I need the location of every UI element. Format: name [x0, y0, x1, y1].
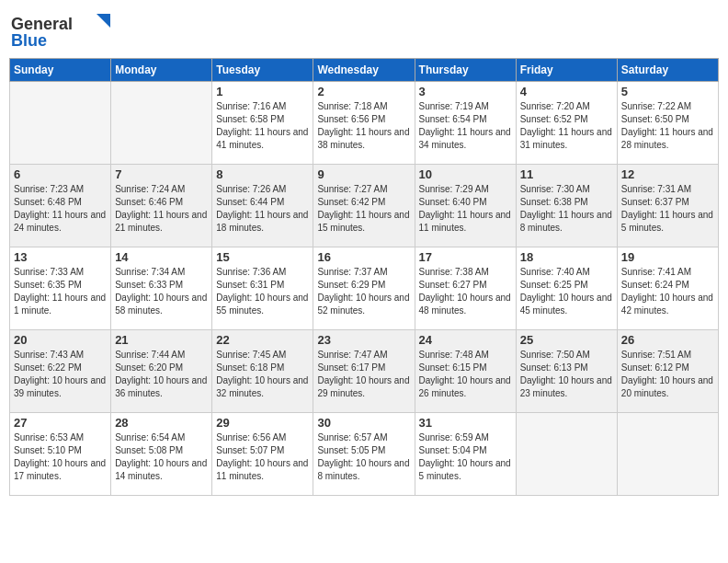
day-info: Sunrise: 6:53 AM Sunset: 5:10 PM Dayligh…	[14, 431, 107, 483]
day-info: Sunrise: 7:26 AM Sunset: 6:44 PM Dayligh…	[216, 183, 309, 235]
day-number: 16	[317, 250, 410, 264]
day-info: Sunrise: 6:59 AM Sunset: 5:04 PM Dayligh…	[419, 431, 512, 483]
calendar-table: SundayMondayTuesdayWednesdayThursdayFrid…	[9, 58, 719, 496]
calendar-cell: 8Sunrise: 7:26 AM Sunset: 6:44 PM Daylig…	[212, 165, 313, 247]
header-wednesday: Wednesday	[313, 59, 415, 82]
header-monday: Monday	[111, 59, 212, 82]
calendar-cell: 3Sunrise: 7:19 AM Sunset: 6:54 PM Daylig…	[415, 82, 516, 165]
calendar-header-row: SundayMondayTuesdayWednesdayThursdayFrid…	[10, 59, 719, 82]
day-info: Sunrise: 7:23 AM Sunset: 6:48 PM Dayligh…	[14, 183, 107, 235]
page-header: General Blue	[9, 9, 719, 51]
calendar-cell: 29Sunrise: 6:56 AM Sunset: 5:07 PM Dayli…	[212, 413, 313, 496]
calendar-cell: 14Sunrise: 7:34 AM Sunset: 6:33 PM Dayli…	[111, 247, 212, 330]
day-number: 1	[216, 85, 309, 98]
day-info: Sunrise: 7:47 AM Sunset: 6:17 PM Dayligh…	[317, 349, 410, 400]
day-number: 17	[419, 250, 512, 264]
svg-text:Blue: Blue	[11, 31, 47, 50]
header-saturday: Saturday	[617, 59, 718, 82]
day-number: 3	[419, 85, 512, 98]
header-thursday: Thursday	[415, 59, 516, 82]
day-number: 28	[115, 416, 208, 430]
day-number: 7	[115, 167, 208, 181]
calendar-cell: 9Sunrise: 7:27 AM Sunset: 6:42 PM Daylig…	[313, 165, 415, 247]
day-info: Sunrise: 7:44 AM Sunset: 6:20 PM Dayligh…	[115, 349, 208, 400]
calendar-cell: 21Sunrise: 7:44 AM Sunset: 6:20 PM Dayli…	[111, 330, 212, 413]
day-info: Sunrise: 7:37 AM Sunset: 6:29 PM Dayligh…	[317, 266, 410, 317]
day-number: 13	[14, 250, 107, 264]
day-number: 21	[115, 333, 208, 347]
day-info: Sunrise: 7:36 AM Sunset: 6:31 PM Dayligh…	[216, 266, 309, 317]
calendar-cell: 20Sunrise: 7:43 AM Sunset: 6:22 PM Dayli…	[10, 330, 111, 413]
logo-svg: General Blue	[9, 9, 110, 51]
calendar-cell: 28Sunrise: 6:54 AM Sunset: 5:08 PM Dayli…	[111, 413, 212, 496]
calendar-cell: 18Sunrise: 7:40 AM Sunset: 6:25 PM Dayli…	[516, 247, 617, 330]
calendar-cell: 6Sunrise: 7:23 AM Sunset: 6:48 PM Daylig…	[10, 165, 111, 247]
calendar-cell: 22Sunrise: 7:45 AM Sunset: 6:18 PM Dayli…	[212, 330, 313, 413]
day-number: 25	[520, 333, 613, 347]
header-friday: Friday	[516, 59, 617, 82]
calendar-cell: 12Sunrise: 7:31 AM Sunset: 6:37 PM Dayli…	[617, 165, 718, 247]
calendar-cell: 23Sunrise: 7:47 AM Sunset: 6:17 PM Dayli…	[313, 330, 415, 413]
calendar-cell: 1Sunrise: 7:16 AM Sunset: 6:58 PM Daylig…	[212, 82, 313, 165]
calendar-cell: 15Sunrise: 7:36 AM Sunset: 6:31 PM Dayli…	[212, 247, 313, 330]
day-number: 8	[216, 167, 309, 181]
day-number: 4	[520, 85, 613, 98]
calendar-week-4: 20Sunrise: 7:43 AM Sunset: 6:22 PM Dayli…	[10, 330, 719, 413]
day-number: 12	[621, 167, 714, 181]
day-info: Sunrise: 7:43 AM Sunset: 6:22 PM Dayligh…	[14, 349, 107, 400]
calendar-cell: 19Sunrise: 7:41 AM Sunset: 6:24 PM Dayli…	[617, 247, 718, 330]
day-number: 22	[216, 333, 309, 347]
day-info: Sunrise: 7:27 AM Sunset: 6:42 PM Dayligh…	[317, 183, 410, 235]
calendar-cell: 5Sunrise: 7:22 AM Sunset: 6:50 PM Daylig…	[617, 82, 718, 165]
day-number: 15	[216, 250, 309, 264]
day-info: Sunrise: 7:18 AM Sunset: 6:56 PM Dayligh…	[317, 100, 410, 152]
calendar-cell	[617, 413, 718, 496]
day-number: 6	[14, 167, 107, 181]
day-info: Sunrise: 7:48 AM Sunset: 6:15 PM Dayligh…	[419, 349, 512, 400]
day-number: 11	[520, 167, 613, 181]
day-info: Sunrise: 7:29 AM Sunset: 6:40 PM Dayligh…	[419, 183, 512, 235]
calendar-cell: 11Sunrise: 7:30 AM Sunset: 6:38 PM Dayli…	[516, 165, 617, 247]
day-info: Sunrise: 7:45 AM Sunset: 6:18 PM Dayligh…	[216, 349, 309, 400]
day-info: Sunrise: 7:41 AM Sunset: 6:24 PM Dayligh…	[621, 266, 714, 317]
day-info: Sunrise: 7:31 AM Sunset: 6:37 PM Dayligh…	[621, 183, 714, 235]
day-info: Sunrise: 7:22 AM Sunset: 6:50 PM Dayligh…	[621, 100, 714, 152]
day-number: 2	[317, 85, 410, 98]
calendar-cell: 7Sunrise: 7:24 AM Sunset: 6:46 PM Daylig…	[111, 165, 212, 247]
calendar-cell: 4Sunrise: 7:20 AM Sunset: 6:52 PM Daylig…	[516, 82, 617, 165]
calendar-week-1: 1Sunrise: 7:16 AM Sunset: 6:58 PM Daylig…	[10, 82, 719, 165]
day-number: 30	[317, 416, 410, 430]
day-number: 23	[317, 333, 410, 347]
day-number: 18	[520, 250, 613, 264]
day-info: Sunrise: 7:20 AM Sunset: 6:52 PM Dayligh…	[520, 100, 613, 152]
header-tuesday: Tuesday	[212, 59, 313, 82]
calendar-cell	[10, 82, 111, 165]
day-number: 9	[317, 167, 410, 181]
day-number: 31	[419, 416, 512, 430]
day-info: Sunrise: 7:30 AM Sunset: 6:38 PM Dayligh…	[520, 183, 613, 235]
day-info: Sunrise: 7:40 AM Sunset: 6:25 PM Dayligh…	[520, 266, 613, 317]
day-info: Sunrise: 6:57 AM Sunset: 5:05 PM Dayligh…	[317, 431, 410, 483]
calendar-week-5: 27Sunrise: 6:53 AM Sunset: 5:10 PM Dayli…	[10, 413, 719, 496]
calendar-cell: 16Sunrise: 7:37 AM Sunset: 6:29 PM Dayli…	[313, 247, 415, 330]
day-info: Sunrise: 7:34 AM Sunset: 6:33 PM Dayligh…	[115, 266, 208, 317]
calendar-cell: 13Sunrise: 7:33 AM Sunset: 6:35 PM Dayli…	[10, 247, 111, 330]
day-number: 19	[621, 250, 714, 264]
day-number: 20	[14, 333, 107, 347]
day-number: 29	[216, 416, 309, 430]
calendar-cell: 10Sunrise: 7:29 AM Sunset: 6:40 PM Dayli…	[415, 165, 516, 247]
calendar-week-3: 13Sunrise: 7:33 AM Sunset: 6:35 PM Dayli…	[10, 247, 719, 330]
day-info: Sunrise: 6:56 AM Sunset: 5:07 PM Dayligh…	[216, 431, 309, 483]
day-info: Sunrise: 7:33 AM Sunset: 6:35 PM Dayligh…	[14, 266, 107, 317]
day-info: Sunrise: 7:16 AM Sunset: 6:58 PM Dayligh…	[216, 100, 309, 152]
header-sunday: Sunday	[10, 59, 111, 82]
calendar-cell: 26Sunrise: 7:51 AM Sunset: 6:12 PM Dayli…	[617, 330, 718, 413]
calendar-cell: 2Sunrise: 7:18 AM Sunset: 6:56 PM Daylig…	[313, 82, 415, 165]
day-number: 14	[115, 250, 208, 264]
calendar-cell: 31Sunrise: 6:59 AM Sunset: 5:04 PM Dayli…	[415, 413, 516, 496]
day-info: Sunrise: 7:50 AM Sunset: 6:13 PM Dayligh…	[520, 349, 613, 400]
day-number: 5	[621, 85, 714, 98]
calendar-week-2: 6Sunrise: 7:23 AM Sunset: 6:48 PM Daylig…	[10, 165, 719, 247]
day-number: 10	[419, 167, 512, 181]
day-number: 24	[419, 333, 512, 347]
